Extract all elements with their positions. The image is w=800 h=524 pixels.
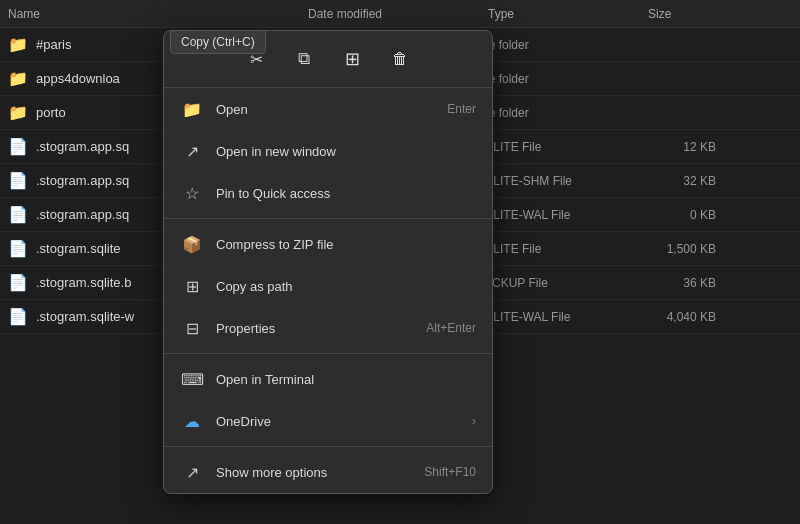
col-date-header: Date modified <box>308 7 488 21</box>
file-type: SQLITE-SHM File <box>476 174 636 188</box>
file-type: SQLITE File <box>476 140 636 154</box>
copy-as-path-label: Copy as path <box>216 279 476 294</box>
file-type: File folder <box>476 38 636 52</box>
column-headers: Name Date modified Type Size <box>0 0 800 28</box>
open-label: Open <box>216 102 447 117</box>
menu-item-open-terminal[interactable]: ⌨Open in Terminal <box>164 358 492 400</box>
col-size-header: Size <box>648 7 728 21</box>
menu-divider <box>164 446 492 447</box>
folder-icon: 📁 <box>8 35 28 55</box>
file-size: 1,500 KB <box>636 242 716 256</box>
onedrive-icon: ☁ <box>180 409 204 433</box>
compress-zip-label: Compress to ZIP file <box>216 237 476 252</box>
file-icon: 📄 <box>8 239 28 259</box>
copy-tooltip: Copy (Ctrl+C) <box>170 30 266 54</box>
show-more-options-icon: ↗ <box>180 460 204 484</box>
menu-item-pin-quick-access[interactable]: ☆Pin to Quick access <box>164 172 492 214</box>
file-icon: 📄 <box>8 205 28 225</box>
paste-button[interactable]: ⊞ <box>334 41 370 77</box>
tooltip-label: Copy (Ctrl+C) <box>181 35 255 49</box>
menu-item-compress-zip[interactable]: 📦Compress to ZIP file <box>164 223 492 265</box>
menu-item-show-more-options[interactable]: ↗Show more optionsShift+F10 <box>164 451 492 493</box>
col-name-header: Name <box>8 7 308 21</box>
col-type-header: Type <box>488 7 648 21</box>
menu-item-copy-as-path[interactable]: ⊞Copy as path <box>164 265 492 307</box>
pin-quick-access-label: Pin to Quick access <box>216 186 476 201</box>
copy-as-path-icon: ⊞ <box>180 274 204 298</box>
pin-quick-access-icon: ☆ <box>180 181 204 205</box>
menu-items: 📁OpenEnter↗Open in new window☆Pin to Qui… <box>164 88 492 493</box>
menu-item-open[interactable]: 📁OpenEnter <box>164 88 492 130</box>
file-icon: 📄 <box>8 307 28 327</box>
file-type: SQLITE-WAL File <box>476 208 636 222</box>
paste-icon: ⊞ <box>345 48 360 70</box>
file-size: 32 KB <box>636 174 716 188</box>
open-icon: 📁 <box>180 97 204 121</box>
file-type: SQLITE-WAL File <box>476 310 636 324</box>
file-type: File folder <box>476 106 636 120</box>
menu-divider <box>164 218 492 219</box>
open-new-window-label: Open in new window <box>216 144 476 159</box>
copy-icon: ⧉ <box>298 49 310 69</box>
properties-icon: ⊟ <box>180 316 204 340</box>
file-size: 12 KB <box>636 140 716 154</box>
properties-shortcut: Alt+Enter <box>426 321 476 335</box>
open-terminal-icon: ⌨ <box>180 367 204 391</box>
file-icon: 📄 <box>8 137 28 157</box>
open-terminal-label: Open in Terminal <box>216 372 476 387</box>
menu-item-properties[interactable]: ⊟PropertiesAlt+Enter <box>164 307 492 349</box>
open-new-window-icon: ↗ <box>180 139 204 163</box>
show-more-options-shortcut: Shift+F10 <box>424 465 476 479</box>
trash-icon: 🗑 <box>392 50 408 68</box>
onedrive-arrow: › <box>472 414 476 428</box>
copy-button[interactable]: ⧉ <box>286 41 322 77</box>
folder-icon: 📁 <box>8 69 28 89</box>
file-type: File folder <box>476 72 636 86</box>
file-type: SQLITE File <box>476 242 636 256</box>
show-more-options-label: Show more options <box>216 465 424 480</box>
compress-zip-icon: 📦 <box>180 232 204 256</box>
file-icon: 📄 <box>8 273 28 293</box>
open-shortcut: Enter <box>447 102 476 116</box>
file-size: 4,040 KB <box>636 310 716 324</box>
context-menu: ✂ ⧉ ⊞ 🗑 📁OpenEnter↗Open in new window☆Pi… <box>163 30 493 494</box>
folder-icon: 📁 <box>8 103 28 123</box>
menu-item-onedrive[interactable]: ☁OneDrive› <box>164 400 492 442</box>
menu-item-open-new-window[interactable]: ↗Open in new window <box>164 130 492 172</box>
file-size: 36 KB <box>636 276 716 290</box>
properties-label: Properties <box>216 321 426 336</box>
file-size: 0 KB <box>636 208 716 222</box>
menu-divider <box>164 353 492 354</box>
file-type: BACKUP File <box>476 276 636 290</box>
file-icon: 📄 <box>8 171 28 191</box>
delete-button[interactable]: 🗑 <box>382 41 418 77</box>
onedrive-label: OneDrive <box>216 414 464 429</box>
